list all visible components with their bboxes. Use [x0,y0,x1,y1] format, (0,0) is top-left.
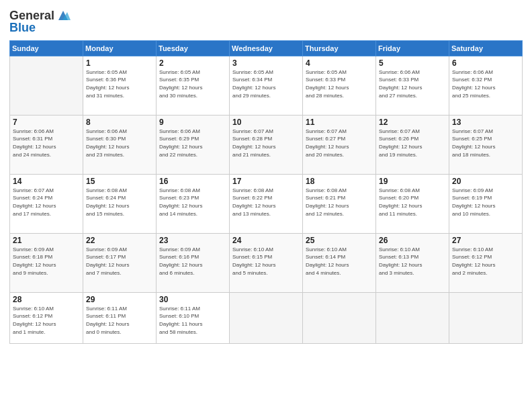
day-info: Sunrise: 6:07 AM Sunset: 6:28 PM Dayligh… [232,128,300,158]
col-header-sunday: Sunday [10,40,83,56]
day-number: 26 [379,236,446,245]
calendar-cell: 12Sunrise: 6:07 AM Sunset: 6:26 PM Dayli… [376,115,449,174]
calendar-table: SundayMondayTuesdayWednesdayThursdayFrid… [9,40,523,344]
day-info: Sunrise: 6:09 AM Sunset: 6:16 PM Dayligh… [159,246,226,277]
day-number: 16 [159,177,226,186]
day-info: Sunrise: 6:05 AM Sunset: 6:33 PM Dayligh… [306,68,373,99]
day-number: 23 [159,236,226,245]
calendar-cell [376,292,449,343]
calendar-cell: 2Sunrise: 6:05 AM Sunset: 6:35 PM Daylig… [157,56,230,115]
calendar-cell: 11Sunrise: 6:07 AM Sunset: 6:27 PM Dayli… [303,115,376,174]
day-info: Sunrise: 6:08 AM Sunset: 6:21 PM Dayligh… [306,187,373,218]
day-info: Sunrise: 6:06 AM Sunset: 6:29 PM Dayligh… [159,128,226,158]
col-header-friday: Friday [376,40,449,56]
calendar-cell [449,292,523,343]
day-info: Sunrise: 6:07 AM Sunset: 6:25 PM Dayligh… [452,128,519,158]
week-row-5: 28Sunrise: 6:10 AM Sunset: 6:12 PM Dayli… [10,292,523,343]
calendar-cell: 6Sunrise: 6:06 AM Sunset: 6:32 PM Daylig… [449,56,523,115]
calendar-cell: 15Sunrise: 6:08 AM Sunset: 6:24 PM Dayli… [83,174,157,233]
day-info: Sunrise: 6:10 AM Sunset: 6:13 PM Dayligh… [379,246,446,277]
day-number: 5 [379,58,446,68]
day-info: Sunrise: 6:08 AM Sunset: 6:23 PM Dayligh… [159,187,226,218]
day-number: 29 [86,295,153,304]
day-number: 19 [379,177,446,186]
day-number: 30 [159,295,226,304]
day-info: Sunrise: 6:05 AM Sunset: 6:34 PM Dayligh… [232,68,300,99]
header: General Blue [9,7,523,35]
header-row: SundayMondayTuesdayWednesdayThursdayFrid… [10,40,523,56]
day-number: 27 [452,236,519,245]
day-number: 21 [13,236,80,245]
day-number: 6 [452,58,519,68]
calendar-cell: 7Sunrise: 6:06 AM Sunset: 6:31 PM Daylig… [10,115,83,174]
day-info: Sunrise: 6:05 AM Sunset: 6:35 PM Dayligh… [159,68,226,99]
calendar-cell: 1Sunrise: 6:05 AM Sunset: 6:36 PM Daylig… [83,56,157,115]
col-header-thursday: Thursday [303,40,376,56]
logo: General Blue [9,9,71,35]
calendar-cell: 16Sunrise: 6:08 AM Sunset: 6:23 PM Dayli… [157,174,230,233]
day-number: 12 [379,118,446,127]
day-info: Sunrise: 6:11 AM Sunset: 6:11 PM Dayligh… [86,305,153,336]
day-number: 20 [452,177,519,186]
day-number: 14 [13,177,80,186]
day-number: 11 [306,118,373,127]
calendar-cell: 9Sunrise: 6:06 AM Sunset: 6:29 PM Daylig… [157,115,230,174]
calendar-cell: 29Sunrise: 6:11 AM Sunset: 6:11 PM Dayli… [83,292,157,343]
col-header-saturday: Saturday [449,40,523,56]
day-info: Sunrise: 6:10 AM Sunset: 6:12 PM Dayligh… [13,305,80,336]
calendar-cell: 21Sunrise: 6:09 AM Sunset: 6:18 PM Dayli… [10,233,83,292]
col-header-monday: Monday [83,40,157,56]
day-info: Sunrise: 6:06 AM Sunset: 6:32 PM Dayligh… [452,68,519,99]
calendar-cell: 28Sunrise: 6:10 AM Sunset: 6:12 PM Dayli… [10,292,83,343]
day-info: Sunrise: 6:09 AM Sunset: 6:17 PM Dayligh… [86,246,153,277]
day-number: 24 [232,236,300,245]
calendar-cell: 30Sunrise: 6:11 AM Sunset: 6:10 PM Dayli… [157,292,230,343]
calendar-cell: 17Sunrise: 6:08 AM Sunset: 6:22 PM Dayli… [230,174,303,233]
calendar-cell: 26Sunrise: 6:10 AM Sunset: 6:13 PM Dayli… [376,233,449,292]
col-header-wednesday: Wednesday [230,40,303,56]
day-number: 3 [232,58,300,68]
day-number: 7 [13,118,80,127]
week-row-3: 14Sunrise: 6:07 AM Sunset: 6:24 PM Dayli… [10,174,523,233]
day-info: Sunrise: 6:11 AM Sunset: 6:10 PM Dayligh… [159,305,226,336]
day-number: 25 [306,236,373,245]
day-number: 17 [232,177,300,186]
week-row-2: 7Sunrise: 6:06 AM Sunset: 6:31 PM Daylig… [10,115,523,174]
day-info: Sunrise: 6:09 AM Sunset: 6:18 PM Dayligh… [13,246,80,277]
calendar-cell: 19Sunrise: 6:08 AM Sunset: 6:20 PM Dayli… [376,174,449,233]
day-info: Sunrise: 6:10 AM Sunset: 6:12 PM Dayligh… [452,246,519,277]
calendar-cell: 5Sunrise: 6:06 AM Sunset: 6:33 PM Daylig… [376,56,449,115]
day-number: 28 [13,295,80,304]
day-info: Sunrise: 6:07 AM Sunset: 6:24 PM Dayligh… [13,187,80,218]
calendar-cell: 10Sunrise: 6:07 AM Sunset: 6:28 PM Dayli… [230,115,303,174]
calendar-cell [230,292,303,343]
calendar-cell: 14Sunrise: 6:07 AM Sunset: 6:24 PM Dayli… [10,174,83,233]
page-container: General Blue SundayMondayTuesdayWednesda… [0,0,532,411]
day-info: Sunrise: 6:06 AM Sunset: 6:31 PM Dayligh… [13,128,80,158]
day-number: 8 [86,118,153,127]
day-info: Sunrise: 6:10 AM Sunset: 6:15 PM Dayligh… [232,246,300,277]
day-info: Sunrise: 6:06 AM Sunset: 6:30 PM Dayligh… [86,128,153,158]
calendar-cell: 13Sunrise: 6:07 AM Sunset: 6:25 PM Dayli… [449,115,523,174]
calendar-cell: 22Sunrise: 6:09 AM Sunset: 6:17 PM Dayli… [83,233,157,292]
day-info: Sunrise: 6:08 AM Sunset: 6:20 PM Dayligh… [379,187,446,218]
day-info: Sunrise: 6:08 AM Sunset: 6:24 PM Dayligh… [86,187,153,218]
day-number: 1 [86,58,153,68]
day-info: Sunrise: 6:08 AM Sunset: 6:22 PM Dayligh… [232,187,300,218]
day-info: Sunrise: 6:07 AM Sunset: 6:26 PM Dayligh… [379,128,446,158]
week-row-4: 21Sunrise: 6:09 AM Sunset: 6:18 PM Dayli… [10,233,523,292]
calendar-cell: 18Sunrise: 6:08 AM Sunset: 6:21 PM Dayli… [303,174,376,233]
calendar-cell: 23Sunrise: 6:09 AM Sunset: 6:16 PM Dayli… [157,233,230,292]
day-number: 22 [86,236,153,245]
calendar-cell [303,292,376,343]
day-info: Sunrise: 6:07 AM Sunset: 6:27 PM Dayligh… [306,128,373,158]
col-header-tuesday: Tuesday [157,40,230,56]
logo-icon [56,8,71,23]
logo-text-line2: Blue [9,21,36,35]
day-number: 15 [86,177,153,186]
day-number: 10 [232,118,300,127]
calendar-cell: 20Sunrise: 6:09 AM Sunset: 6:19 PM Dayli… [449,174,523,233]
calendar-cell: 25Sunrise: 6:10 AM Sunset: 6:14 PM Dayli… [303,233,376,292]
day-number: 9 [159,118,226,127]
day-number: 13 [452,118,519,127]
